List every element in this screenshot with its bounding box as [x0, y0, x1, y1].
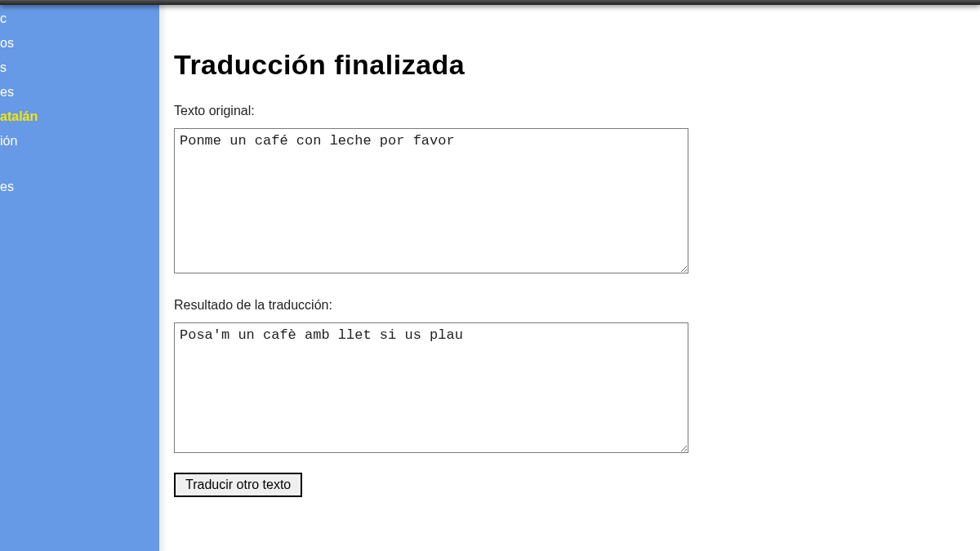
translate-another-button[interactable]: Traducir otro texto — [174, 473, 302, 497]
sidebar-item-1[interactable]: os — [0, 31, 159, 56]
result-text-label: Resultado de la traducción: — [174, 298, 980, 313]
sidebar-item-0[interactable]: c — [0, 7, 159, 31]
main-content: Traducción finalizada Texto original: Re… — [159, 5, 980, 551]
page-title: Traducción finalizada — [174, 49, 980, 81]
window-top-bar — [0, 0, 980, 5]
sidebar-item-4[interactable]: atalán — [0, 104, 159, 129]
sidebar-item-7[interactable]: es — [0, 175, 159, 199]
sidebar-item-5[interactable]: ión — [0, 129, 159, 153]
original-text-label: Texto original: — [174, 104, 980, 118]
sidebar-item-2[interactable]: s — [0, 56, 159, 80]
original-text-input[interactable] — [174, 128, 688, 273]
sidebar-item-3[interactable]: es — [0, 80, 159, 104]
sidebar-gap — [0, 153, 159, 175]
result-text-input[interactable] — [174, 322, 688, 453]
sidebar: c os s es atalán ión es — [0, 0, 159, 551]
